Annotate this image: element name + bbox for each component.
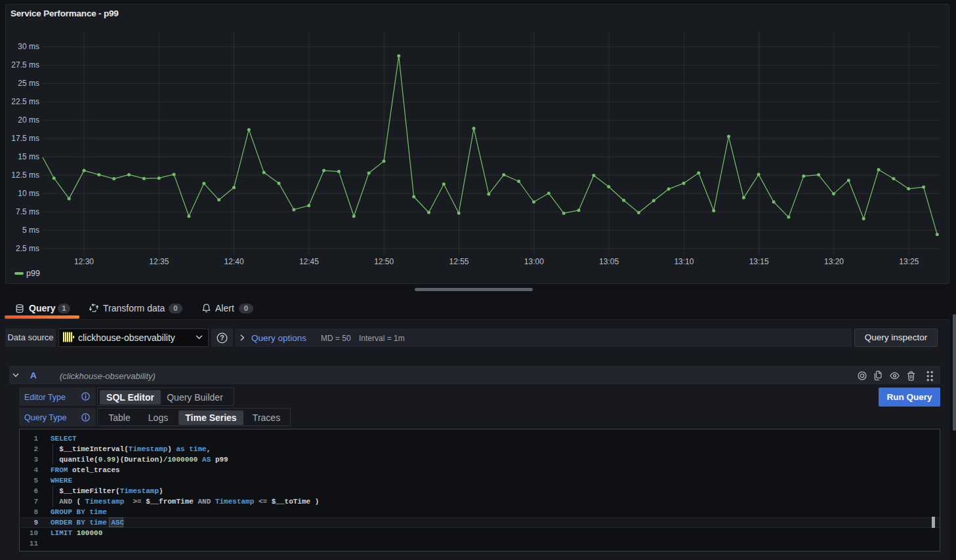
svg-text:?: ?	[220, 334, 224, 342]
